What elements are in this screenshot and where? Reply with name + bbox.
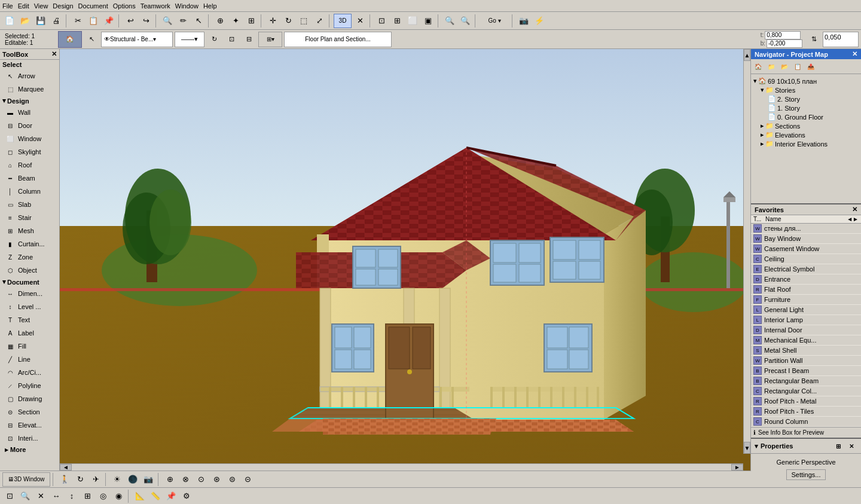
zoom-in-button[interactable]: 🔍 [442,14,457,28]
settings-button[interactable]: Settings... [786,469,826,480]
nav-btn-2[interactable]: ⊗ [178,472,193,487]
scroll-right-button[interactable]: ► [731,464,743,471]
new-button[interactable]: 📄 [2,14,17,28]
tool-dimen[interactable]: ↔ Dimen... [0,287,59,300]
move-button[interactable]: ✛ [265,14,280,28]
btb2-10[interactable]: 📏 [148,489,163,503]
zoom-out-button[interactable]: 🔍 [458,14,472,28]
prop-expand-button[interactable]: ⊞ [832,440,844,452]
scroll-up-button[interactable]: ▲ [744,49,750,61]
fav-item-19[interactable]: C Round Column [751,417,861,427]
fav-item-0[interactable]: W стены для... [751,224,861,234]
toolbox-document-label[interactable]: ▾ Document [0,277,59,287]
nav-btn-1[interactable]: ⊕ [163,472,177,487]
open-button[interactable]: 📂 [18,14,32,28]
stop-button[interactable]: ✕ [353,14,367,28]
viewport-scrollbar-v[interactable]: ▲ ▼ [743,49,750,454]
menu-window[interactable]: Window [175,2,199,10]
tool-drawing[interactable]: ▢ Drawing [0,392,59,405]
tool-roof[interactable]: ⌂ Roof [0,158,59,172]
nav-btn-3[interactable]: ⊙ [194,472,208,487]
nav-btn-5[interactable]: ⊜ [225,472,239,487]
nav-layout-button[interactable]: 📋 [792,60,804,72]
btb2-7[interactable]: ◎ [96,489,110,503]
btb2-11[interactable]: 📌 [164,489,178,503]
nav-btn-4[interactable]: ⊛ [209,472,224,487]
viewport-scrollbar-h[interactable]: ◄ ► [60,463,743,471]
prop-close-button[interactable]: ✕ [845,440,857,452]
view2-button[interactable]: ⊞ [390,14,404,28]
tool-column[interactable]: │ Column [0,185,59,198]
tree-interior-elev[interactable]: ▸ 📁 Interior Elevations [753,139,859,148]
line-type-select[interactable]: ——▾ [175,32,204,47]
render-button[interactable]: 📷 [141,472,155,487]
tree-story-0[interactable]: 📄 0. Ground Floor [753,112,859,121]
menu-help[interactable]: Help [203,2,217,10]
favorites-close-icon[interactable]: ✕ [852,206,857,213]
nav-publish-button[interactable]: 📤 [805,60,817,72]
tool-polyline[interactable]: ⟋ Polyline [0,379,59,392]
scale-button[interactable]: ⤢ [312,14,326,28]
tool-interi[interactable]: ⊡ Interi... [0,432,59,445]
btb2-3[interactable]: ✕ [33,489,48,503]
tool-text[interactable]: T Text [0,313,59,326]
fav-item-5[interactable]: D Entrance [751,274,861,285]
btb2-8[interactable]: ◉ [111,489,126,503]
btb2-2[interactable]: 🔍 [18,489,32,503]
tool-object[interactable]: ⬡ Object [0,264,59,277]
grid-button[interactable]: ⊞ [244,14,258,28]
menu-options[interactable]: Options [113,2,136,10]
fav-scroll-buttons[interactable]: ◄► [847,216,859,222]
shadow-button[interactable]: 🌑 [126,472,140,487]
tool-stair[interactable]: ≡ Stair [0,211,59,224]
pen-button[interactable]: ✏ [176,14,190,28]
nav-folder2-button[interactable]: 📂 [778,60,790,72]
nav-home-button[interactable]: 🏠 [752,60,764,72]
btb2-6[interactable]: ⊞ [80,489,94,503]
orbit-button[interactable]: ↻ [73,472,87,487]
tool-beam[interactable]: ━ Beam [0,172,59,185]
tool-curtain[interactable]: ▮ Curtain... [0,237,59,251]
view1-button[interactable]: ⊡ [374,14,389,28]
tree-project[interactable]: ▾ 🏠 69 10x10,5 план [753,77,859,85]
btb2-9[interactable]: 📐 [133,489,147,503]
refresh-button[interactable]: ↻ [206,32,222,47]
menu-file[interactable]: File [2,2,13,10]
tool-wall[interactable]: ▬ Wall [0,106,59,119]
menu-document[interactable]: Document [78,2,108,10]
menu-design[interactable]: Design [53,2,73,10]
find-button[interactable]: 🔍 [160,14,175,28]
menu-teamwork[interactable]: Teamwork [141,2,170,10]
toolbox-close-icon[interactable]: ✕ [51,50,57,58]
btb2-12[interactable]: ⚙ [179,489,194,503]
3d-view-button[interactable]: 🏠 [58,31,82,48]
structural-select[interactable]: 👁 Structural - Be... ▾ [101,32,173,47]
tb2-btn-b[interactable]: ⊟ [241,32,257,47]
3d-button[interactable]: 3D [334,14,352,28]
fly-button[interactable]: ✈ [88,472,103,487]
fav-item-12[interactable]: S Metal Shell [751,346,861,356]
fav-item-6[interactable]: R Flat Roof [751,285,861,295]
tree-sections[interactable]: ▸ 📁 Sections [753,121,859,130]
fav-item-9[interactable]: L Interior Lamp [751,315,861,325]
btb2-1[interactable]: ⊡ [2,489,17,503]
tool-marquee[interactable]: ⬚ Marquee [0,83,59,96]
go-button[interactable]: Go ▾ [480,14,509,28]
tool-zone[interactable]: Z Zone [0,251,59,264]
snap-button[interactable]: ⊕ [213,14,227,28]
t-value[interactable]: 0,800 [765,31,801,39]
fav-item-2[interactable]: W Casement Window [751,244,861,254]
menu-view[interactable]: View [34,2,48,10]
tool-arc[interactable]: ◠ Arc/Ci... [0,366,59,379]
tool-more[interactable]: ▸ More [0,445,59,455]
menu-edit[interactable]: Edit [18,2,29,10]
tool-label[interactable]: A Label [0,326,59,340]
arrow-tool-button[interactable]: ↖ [84,32,99,47]
right-value[interactable]: 0,050 [823,32,859,47]
nav-folder-button[interactable]: 📁 [765,60,777,72]
tool-mesh[interactable]: ⊞ Mesh [0,224,59,237]
tree-story-1[interactable]: 📄 1. Story [753,103,859,112]
undo-button[interactable]: ↩ [123,14,138,28]
fav-item-18[interactable]: R Roof Pitch - Tiles [751,407,861,417]
print-button[interactable]: 🖨 [49,14,63,28]
